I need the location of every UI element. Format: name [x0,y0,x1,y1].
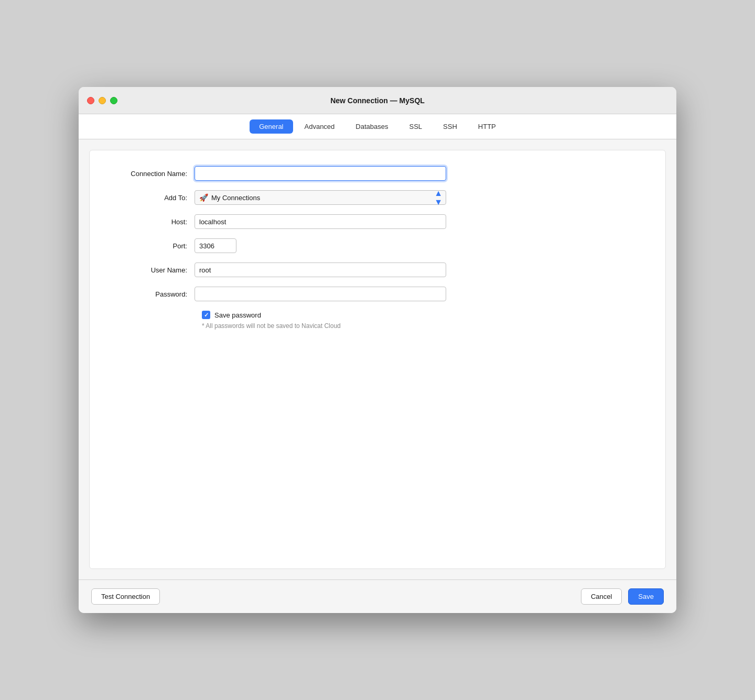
add-to-row: Add To: 🚀 My Connections ▲ ▼ [111,190,644,205]
tab-general[interactable]: General [250,119,293,134]
host-input[interactable] [195,214,446,229]
minimize-button[interactable] [99,97,106,104]
arrow-down-icon: ▼ [434,198,443,206]
right-buttons: Cancel Save [581,588,664,605]
add-to-select-wrapper: 🚀 My Connections ▲ ▼ [195,190,446,205]
save-password-label: Save password [214,311,261,319]
window-title: New Connection — MySQL [330,96,425,105]
port-control [195,238,446,253]
username-label: User Name: [111,266,195,274]
checkmark-icon: ✓ [204,312,209,319]
tab-ssh[interactable]: SSH [434,119,467,134]
password-row: Password: [111,287,644,301]
save-password-wrapper[interactable]: ✓ Save password [202,311,261,319]
password-control [195,287,446,301]
save-password-checkbox[interactable]: ✓ [202,311,210,319]
form-area: Connection Name: Add To: 🚀 My Connection… [89,150,666,569]
tab-http[interactable]: HTTP [469,119,505,134]
arrow-up-icon: ▲ [434,189,443,198]
connection-name-label: Connection Name: [111,170,195,178]
maximize-button[interactable] [110,97,117,104]
close-button[interactable] [87,97,94,104]
username-row: User Name: [111,262,644,277]
add-to-label: Add To: [111,194,195,202]
password-input[interactable] [195,287,446,301]
main-window: New Connection — MySQL General Advanced … [79,87,676,613]
test-connection-button[interactable]: Test Connection [91,588,160,605]
add-to-value: My Connections [211,194,260,202]
window-body: General Advanced Databases SSL SSH HTTP … [79,114,676,569]
port-input[interactable] [195,238,236,253]
host-row: Host: [111,214,644,229]
title-bar: New Connection — MySQL [79,87,676,114]
password-label: Password: [111,290,195,298]
tab-ssl[interactable]: SSL [400,119,432,134]
save-password-row: ✓ Save password [202,311,644,319]
connection-name-control [195,166,446,181]
cancel-button[interactable]: Cancel [581,588,622,605]
connection-name-row: Connection Name: [111,166,644,181]
username-control [195,262,446,277]
rocket-icon: 🚀 [199,193,208,202]
password-note: * All passwords will not be saved to Nav… [202,322,644,330]
traffic-lights [87,97,117,104]
save-button[interactable]: Save [628,588,664,605]
host-label: Host: [111,218,195,226]
username-input[interactable] [195,262,446,277]
add-to-control: 🚀 My Connections ▲ ▼ [195,190,446,205]
connection-name-input[interactable] [195,166,446,181]
tab-advanced[interactable]: Advanced [295,119,344,134]
add-to-select[interactable]: 🚀 My Connections ▲ ▼ [195,190,446,205]
tab-databases[interactable]: Databases [346,119,397,134]
port-row: Port: [111,238,644,253]
select-arrows: ▲ ▼ [434,189,443,206]
bottom-bar: Test Connection Cancel Save [79,579,676,613]
tab-bar: General Advanced Databases SSL SSH HTTP [79,114,676,139]
host-control [195,214,446,229]
port-label: Port: [111,242,195,250]
